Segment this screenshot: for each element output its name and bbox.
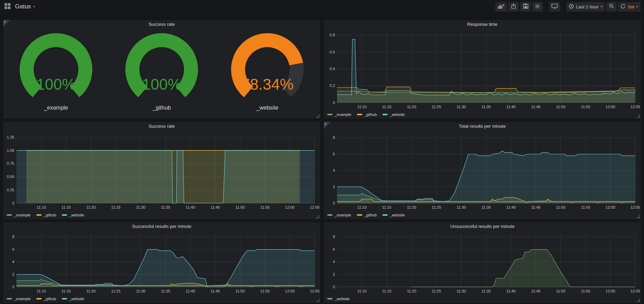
svg-text:11:35: 11:35 bbox=[161, 205, 170, 209]
svg-text:12:00: 12:00 bbox=[285, 289, 295, 293]
svg-text:11:55: 11:55 bbox=[581, 205, 590, 209]
panel-title[interactable]: Total results per minute bbox=[324, 122, 641, 131]
add-panel-button[interactable] bbox=[495, 2, 507, 12]
svg-text:6: 6 bbox=[12, 247, 14, 251]
panel-success-rate-timeseries: Success rate 00.250.500.751.001.2511:101… bbox=[3, 121, 321, 220]
panel-info-corner[interactable]: i bbox=[3, 20, 10, 27]
legend-color-dash bbox=[62, 214, 67, 216]
panel-title[interactable]: Response time bbox=[324, 20, 641, 29]
chart-plot[interactable]: 0246811:1011:1511:2011:2511:3011:3511:40… bbox=[3, 231, 320, 295]
legend-item-_website[interactable]: _website bbox=[62, 297, 84, 301]
panel-title[interactable]: Success rate bbox=[3, 122, 320, 131]
svg-text:11:10: 11:10 bbox=[357, 289, 367, 293]
legend-item-_example[interactable]: _example bbox=[7, 213, 31, 217]
svg-text:11:35: 11:35 bbox=[482, 205, 491, 209]
svg-text:11:25: 11:25 bbox=[432, 105, 441, 109]
legend-color-dash bbox=[327, 214, 332, 216]
svg-text:11:50: 11:50 bbox=[235, 205, 245, 209]
svg-text:0.75: 0.75 bbox=[7, 161, 14, 165]
panel-resize-handle[interactable] bbox=[316, 114, 319, 118]
gauge-label: _github bbox=[152, 105, 171, 111]
svg-text:11:55: 11:55 bbox=[581, 105, 590, 109]
svg-text:11:35: 11:35 bbox=[482, 105, 491, 109]
svg-text:11:50: 11:50 bbox=[556, 289, 565, 293]
chart-body[interactable]: 0246811:1011:1511:2011:2511:3011:3511:40… bbox=[324, 131, 641, 211]
legend-item-_example[interactable]: _example bbox=[327, 213, 351, 217]
chart-body[interactable]: 00.250.500.751.001.2511:1011:1511:2011:2… bbox=[3, 131, 320, 211]
gauge-chart[interactable]: 100%_example100%_github78.34%_website bbox=[3, 29, 320, 119]
svg-text:11:30: 11:30 bbox=[136, 205, 145, 209]
svg-text:11:25: 11:25 bbox=[111, 205, 120, 209]
svg-text:6: 6 bbox=[333, 152, 335, 156]
chart-plot[interactable]: 00.250.500.751.001.2511:1011:1511:2011:2… bbox=[3, 131, 320, 211]
gauge-value: 100% bbox=[142, 76, 182, 93]
svg-text:11:15: 11:15 bbox=[382, 205, 391, 209]
panel-resize-handle[interactable] bbox=[637, 114, 640, 118]
legend-item-_website[interactable]: _website bbox=[382, 112, 405, 117]
legend-item-_website[interactable]: _website bbox=[382, 213, 405, 217]
svg-text:11:40: 11:40 bbox=[186, 205, 195, 209]
tv-icon bbox=[551, 3, 558, 10]
svg-text:11:45: 11:45 bbox=[531, 105, 541, 109]
chart-plot[interactable]: 0246811:1011:1511:2011:2511:3011:3511:40… bbox=[324, 131, 641, 211]
legend-color-dash bbox=[36, 214, 42, 216]
legend-item-_github[interactable]: _github bbox=[357, 213, 377, 217]
panel-success-rate-gauges: i Success rate 100%_example100%_github78… bbox=[3, 20, 321, 119]
legend-item-_website[interactable]: _website bbox=[62, 213, 84, 217]
panel-resize-handle[interactable] bbox=[316, 215, 319, 218]
share-dashboard-button[interactable] bbox=[508, 2, 519, 12]
panel-title[interactable]: Success rate bbox=[3, 20, 320, 29]
svg-text:0: 0 bbox=[12, 201, 14, 205]
refresh-picker[interactable]: 1m ▾ bbox=[618, 2, 641, 12]
legend-item-_github[interactable]: _github bbox=[36, 297, 56, 301]
chart-legend: _website bbox=[327, 296, 355, 302]
panel-resize-handle[interactable] bbox=[637, 215, 640, 218]
panel-resize-handle[interactable] bbox=[316, 299, 319, 302]
chart-body[interactable]: 00.20.40.60.811:1011:1511:2011:2511:3011… bbox=[324, 29, 641, 110]
zoom-out-time-range-button[interactable] bbox=[606, 2, 617, 12]
svg-text:0.2: 0.2 bbox=[330, 83, 335, 88]
dashboard-title-dropdown[interactable]: Gatus ▾ bbox=[15, 3, 35, 10]
refresh-icon bbox=[621, 4, 625, 10]
svg-text:11:40: 11:40 bbox=[506, 105, 516, 109]
svg-text:11:15: 11:15 bbox=[61, 289, 71, 293]
dashboards-menu-button[interactable] bbox=[3, 2, 12, 12]
panel-info-corner[interactable]: i bbox=[324, 122, 331, 129]
chart-body[interactable]: 0246811:1011:1511:2011:2511:3011:3511:40… bbox=[324, 231, 641, 295]
cycle-view-mode-button[interactable] bbox=[549, 2, 560, 12]
svg-text:11:15: 11:15 bbox=[382, 105, 391, 109]
gauge-plot[interactable]: 100%_example100%_github78.34%_website bbox=[3, 29, 320, 119]
legend-item-_github[interactable]: _github bbox=[357, 112, 377, 117]
chart-plot[interactable]: 0246811:1011:1511:2011:2511:3011:3511:40… bbox=[324, 231, 641, 295]
panel-title[interactable]: Unsuccessful results per minute bbox=[324, 222, 641, 231]
svg-text:11:40: 11:40 bbox=[506, 205, 516, 209]
share-icon bbox=[511, 3, 517, 10]
chart-legend: _example_github_website bbox=[7, 212, 90, 218]
svg-text:12:00: 12:00 bbox=[606, 205, 615, 209]
svg-text:11:15: 11:15 bbox=[61, 205, 71, 209]
dashboard-settings-button[interactable] bbox=[532, 2, 543, 12]
svg-text:11:50: 11:50 bbox=[556, 205, 565, 209]
legend-color-dash bbox=[327, 114, 332, 115]
legend-item-_github[interactable]: _github bbox=[36, 213, 56, 217]
svg-text:11:50: 11:50 bbox=[235, 289, 245, 293]
svg-text:12:05: 12:05 bbox=[310, 205, 320, 209]
clock-icon bbox=[569, 4, 574, 10]
time-range-picker[interactable]: Last 1 hour ▾ bbox=[566, 2, 605, 12]
save-dashboard-button[interactable] bbox=[520, 2, 531, 12]
chart-plot[interactable]: 00.20.40.60.811:1011:1511:2011:2511:3011… bbox=[324, 29, 641, 110]
svg-text:8: 8 bbox=[333, 135, 335, 140]
legend-color-dash bbox=[36, 298, 42, 299]
svg-text:11:10: 11:10 bbox=[37, 289, 46, 293]
legend-item-_website[interactable]: _website bbox=[327, 297, 350, 301]
legend-item-_example[interactable]: _example bbox=[327, 112, 351, 117]
legend-color-dash bbox=[327, 298, 332, 299]
svg-text:12:05: 12:05 bbox=[630, 205, 640, 209]
svg-text:0.50: 0.50 bbox=[7, 175, 14, 179]
legend-item-_example[interactable]: _example bbox=[7, 297, 31, 301]
panel-resize-handle[interactable] bbox=[637, 299, 640, 302]
svg-text:2: 2 bbox=[12, 272, 14, 276]
svg-text:12:00: 12:00 bbox=[606, 289, 615, 293]
chart-body[interactable]: 0246811:1011:1511:2011:2511:3011:3511:40… bbox=[3, 231, 320, 295]
panel-title[interactable]: Successful results per minute bbox=[3, 222, 320, 231]
